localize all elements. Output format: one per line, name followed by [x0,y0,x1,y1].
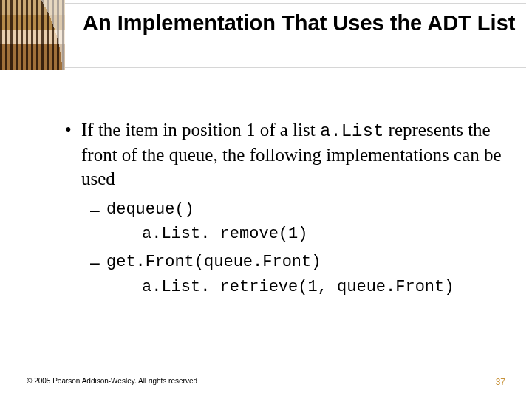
bullet-text: If the item in position 1 of a list a.Li… [81,118,510,191]
slide-title: An Implementation That Uses the ADT List [83,10,517,35]
sub-bullet-head: get.Front(queue.Front) [106,252,510,273]
slide-header: An Implementation That Uses the ADT List [0,0,532,70]
slide-footer: © 2005 Pearson Addison-Wesley. All right… [27,377,505,387]
copyright-text: © 2005 Pearson Addison-Wesley. All right… [27,377,197,387]
header-rule-top [65,3,526,4]
header-rule-bottom [65,67,526,68]
bullet-marker: • [65,118,81,191]
slide-body: • If the item in position 1 of a list a.… [65,118,510,305]
page-number: 37 [496,377,505,387]
bullet-item: • If the item in position 1 of a list a.… [65,118,510,191]
sub-bullet-item: – get.Front(queue.Front) [90,252,510,273]
sub-bullet-body: a.List. remove(1) [142,224,510,245]
sub-bullet-head: dequeue() [106,200,510,221]
bullet-inline-code: a.List [320,121,383,141]
sub-bullet-item: – dequeue() [90,200,510,221]
sub-bullet-dash: – [90,252,106,273]
sub-bullet-body: a.List. retrieve(1, queue.Front) [142,277,510,298]
bullet-text-pre: If the item in position 1 of a list [81,120,320,140]
sub-bullet-list: – dequeue() a.List. remove(1) – get.Fron… [90,200,510,298]
sub-bullet-dash: – [90,200,106,221]
decorative-overlay [0,0,65,70]
